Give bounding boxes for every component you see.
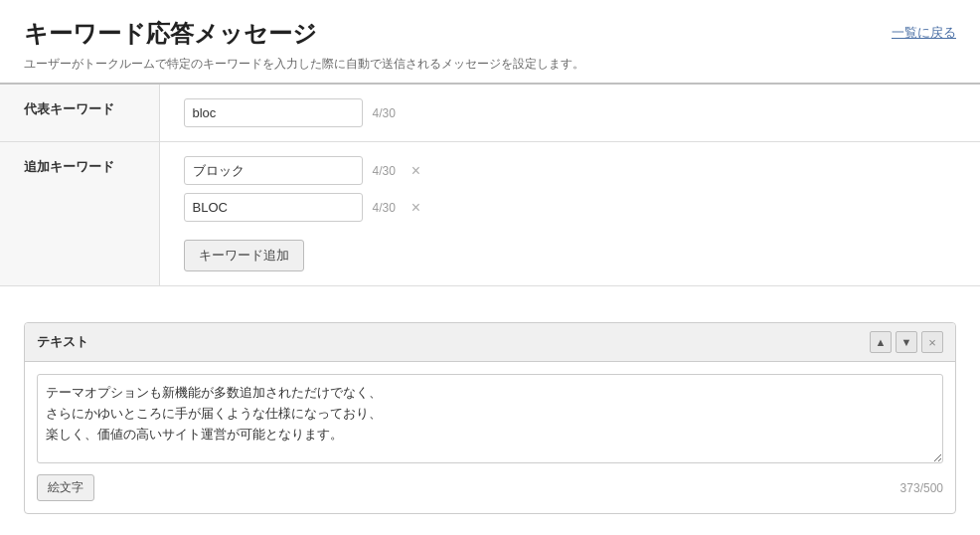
primary-keyword-row: 代表キーワード 4/30 — [0, 85, 980, 142]
text-char-count: 373/500 — [900, 481, 943, 495]
move-down-button[interactable]: ▼ — [896, 331, 917, 353]
emoji-button[interactable]: 絵文字 — [37, 474, 94, 501]
additional-keyword-row-0: 4/30 × — [184, 156, 957, 185]
additional-keyword-input-1[interactable] — [184, 193, 363, 222]
primary-keyword-input[interactable] — [184, 98, 363, 127]
remove-keyword-btn-1[interactable]: × — [408, 199, 424, 217]
additional-keyword-count-1: 4/30 — [373, 201, 396, 215]
add-keyword-row: キーワード追加 — [184, 230, 957, 271]
message-textarea[interactable]: テーマオプションも新機能が多数追加されただけでなく、 さらにかゆいところに手が届… — [37, 374, 943, 463]
page-subtitle: ユーザーがトークルームで特定のキーワードを入力した際に自動で送信されるメッセージ… — [0, 56, 980, 83]
textarea-footer: 絵文字 373/500 — [37, 474, 943, 501]
section-controls: ▲ ▼ × — [870, 331, 943, 353]
additional-keyword-input-0[interactable] — [184, 156, 363, 185]
move-up-button[interactable]: ▲ — [870, 331, 892, 353]
primary-keyword-field-cell: 4/30 — [159, 85, 980, 142]
back-link[interactable]: 一覧に戻る — [892, 18, 956, 42]
primary-keyword-count: 4/30 — [373, 106, 396, 120]
close-section-button[interactable]: × — [921, 331, 943, 353]
primary-keyword-field-row: 4/30 — [184, 98, 957, 127]
text-section-header: テキスト ▲ ▼ × — [25, 323, 955, 362]
page-title: キーワード応答メッセージ — [24, 18, 317, 50]
additional-keyword-label: 追加キーワード — [0, 142, 159, 286]
primary-keyword-label: 代表キーワード — [0, 85, 159, 142]
add-keyword-button[interactable]: キーワード追加 — [184, 240, 304, 271]
remove-keyword-btn-0[interactable]: × — [408, 162, 424, 180]
additional-keyword-field-cell: 4/30 × 4/30 × キーワード追加 — [159, 142, 980, 286]
text-section-body: テーマオプションも新機能が多数追加されただけでなく、 さらにかゆいところに手が届… — [25, 362, 955, 513]
additional-keyword-row-1: 4/30 × — [184, 193, 957, 222]
form-table: 代表キーワード 4/30 追加キーワード 4/30 × 4/30 × — [0, 85, 980, 286]
content-area: 代表キーワード 4/30 追加キーワード 4/30 × 4/30 × — [0, 85, 980, 306]
text-section-title: テキスト — [37, 333, 88, 351]
additional-keyword-count-0: 4/30 — [373, 164, 396, 178]
text-section: テキスト ▲ ▼ × テーマオプションも新機能が多数追加されただけでなく、 さら… — [24, 322, 956, 514]
additional-keyword-row: 追加キーワード 4/30 × 4/30 × キーワード追加 — [0, 142, 980, 286]
